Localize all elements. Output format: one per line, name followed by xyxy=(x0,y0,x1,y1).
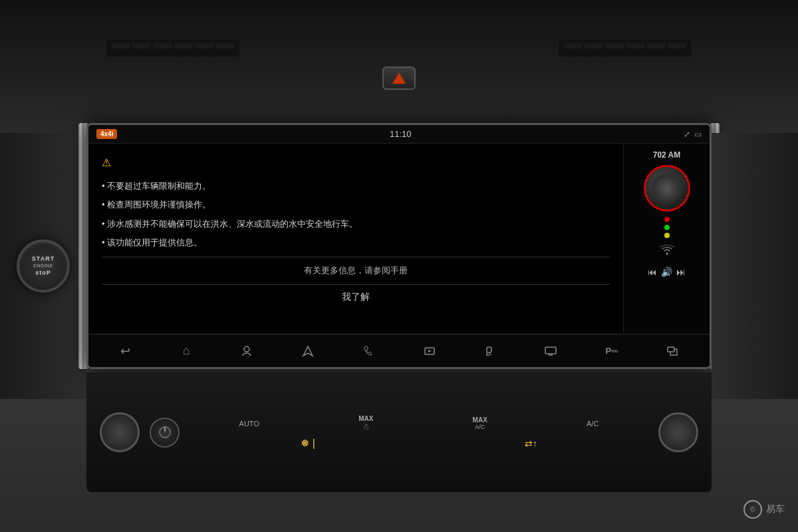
defroster-icon: ☃ xyxy=(358,422,373,432)
contacts-nav-button[interactable] xyxy=(233,342,260,360)
vent-slot xyxy=(626,43,645,49)
warning-content: ⚠ • 不要超过车辆限制和能力。 • 检查周围环境并谨慎操作。 • 涉水感测并不… xyxy=(88,144,623,334)
warning-line-4: • 该功能仅用于提供信息。 xyxy=(102,235,610,250)
more-info-text: 有关更多信息，请参阅手册 xyxy=(102,257,610,278)
4x4-badge: 4x4i xyxy=(96,129,117,139)
prev-button[interactable]: ⏮ xyxy=(648,267,657,277)
svg-point-0 xyxy=(666,253,668,255)
phone-nav-button[interactable] xyxy=(355,343,382,359)
warning-icon-row: ⚠ xyxy=(102,154,610,173)
resize-icon: ⤢ xyxy=(684,130,690,139)
recirculate-icon: ⇄↑ xyxy=(525,438,537,449)
screen-bezel: 4x4i 11:10 ⤢ ▭ ⚠ • 不要超过车辆限制和能力。 • 检查周围环境… xyxy=(86,123,712,369)
climate-top-row: AUTO MAX ☃ MAX A/C A/C xyxy=(190,415,648,432)
radio-panel: 702 AM xyxy=(623,144,710,334)
nav-bar: ↩ ⌂ xyxy=(88,334,710,367)
confirm-button-area: 我了解 xyxy=(102,284,610,306)
radio-dial[interactable] xyxy=(644,165,690,211)
start-label: START xyxy=(32,255,55,263)
vent-slot xyxy=(215,43,234,49)
navigation-nav-button[interactable] xyxy=(295,342,321,360)
watermark-icon: © xyxy=(750,506,755,513)
hazard-button[interactable] xyxy=(382,66,416,90)
wifi-icon xyxy=(659,243,675,259)
signal-indicator xyxy=(664,217,670,238)
auto-climate-button[interactable]: AUTO xyxy=(239,420,259,428)
home-nav-button[interactable]: ⌂ xyxy=(173,341,200,360)
vent-slot xyxy=(112,43,130,49)
radio-dial-inner xyxy=(652,174,682,203)
signal-dot-red xyxy=(664,217,670,222)
media-nav-button[interactable] xyxy=(416,342,443,360)
climate-buttons: AUTO MAX ☃ MAX A/C A/C ❅ | ⇄↑ xyxy=(190,415,648,450)
max-ac-button[interactable]: MAX A/C xyxy=(473,416,487,430)
temp-knob-left[interactable] xyxy=(100,412,140,452)
signal-dot-green xyxy=(664,225,670,230)
display-nav-button[interactable] xyxy=(537,344,564,358)
climate-bottom-row: ❅ | ⇄↑ xyxy=(190,437,648,450)
climate-control-area: AUTO MAX ☃ MAX A/C A/C ❅ | ⇄↑ xyxy=(86,372,712,492)
warning-line-1: • 不要超过车辆限制和能力。 xyxy=(102,178,610,194)
svg-point-1 xyxy=(244,346,249,352)
radio-station-display: 702 AM xyxy=(653,150,681,160)
vent-slot xyxy=(174,43,193,49)
clock-display: 11:10 xyxy=(390,129,412,139)
volume-button[interactable]: 🔊 xyxy=(661,267,672,277)
connect-nav-button[interactable] xyxy=(659,342,686,360)
svg-marker-2 xyxy=(303,346,313,356)
main-content: ⚠ • 不要超过车辆限制和能力。 • 检查周围环境并谨慎操作。 • 涉水感测并不… xyxy=(88,144,710,334)
warning-line-3: • 涉水感测并不能确保可以在洪水、深水或流动的水中安全地行车。 xyxy=(102,216,610,231)
status-bar: 4x4i 11:10 ⤢ ▭ xyxy=(88,125,710,144)
svg-rect-6 xyxy=(545,347,556,354)
vent-slot xyxy=(605,43,624,49)
engine-label: ENGINE xyxy=(33,263,53,269)
vent-slot xyxy=(647,43,666,49)
media-controls: ⏮ 🔊 ⏭ xyxy=(648,267,686,277)
tablet-icon: ▭ xyxy=(694,130,702,139)
watermark-brand: 易车 xyxy=(766,503,785,515)
vent-slot xyxy=(668,43,686,49)
vent-slot xyxy=(195,43,213,49)
start-stop-button[interactable]: START ENGINE stoP xyxy=(17,239,70,293)
warning-triangle-icon: ⚠ xyxy=(102,154,111,173)
next-button[interactable]: ⏭ xyxy=(676,267,686,277)
vent-slot xyxy=(132,43,151,49)
right-panel xyxy=(712,133,798,399)
climate-power-button[interactable] xyxy=(150,418,180,448)
temp-knob-right[interactable] xyxy=(658,412,698,452)
stop-label: stoP xyxy=(35,269,51,277)
confirm-button[interactable]: 我了解 xyxy=(329,289,383,306)
back-nav-button[interactable]: ↩ xyxy=(112,341,139,361)
top-vent-area xyxy=(0,0,798,133)
dashboard: START ENGINE stoP 4x4i 11:10 ⤢ ▭ xyxy=(0,0,798,532)
svg-marker-4 xyxy=(428,350,432,352)
warning-line-2: • 检查周围环境并谨慎操作。 xyxy=(102,197,610,212)
watermark: © 易车 xyxy=(743,500,785,519)
status-icons: ⤢ ▭ xyxy=(684,130,702,139)
max-front-button[interactable]: MAX ☃ xyxy=(358,415,373,432)
vent-slot xyxy=(564,43,583,49)
park-nav-button[interactable]: Puu xyxy=(598,343,625,358)
vent-slot xyxy=(153,43,172,49)
fan-icon: ❅ | xyxy=(301,437,315,450)
vent-slot xyxy=(585,43,603,49)
seat-nav-button[interactable] xyxy=(477,342,503,360)
signal-dot-yellow xyxy=(664,233,670,238)
status-left: 4x4i xyxy=(96,129,117,139)
svg-rect-8 xyxy=(668,347,674,352)
left-panel: START ENGINE stoP xyxy=(0,133,86,399)
infotainment-screen: 4x4i 11:10 ⤢ ▭ ⚠ • 不要超过车辆限制和能力。 • 检查周围环境… xyxy=(88,125,710,367)
hazard-triangle-icon xyxy=(392,72,406,84)
watermark-circle: © xyxy=(743,500,762,519)
ac-button[interactable]: A/C xyxy=(587,420,598,428)
svg-rect-5 xyxy=(487,347,491,352)
